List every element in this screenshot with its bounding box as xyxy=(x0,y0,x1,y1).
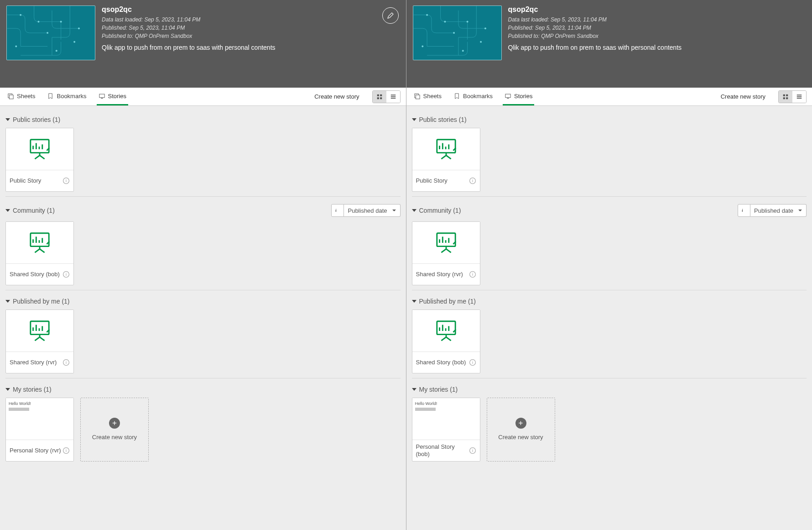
svg-rect-41 xyxy=(783,94,785,96)
story-card-community[interactable]: Shared Story (rvr) i xyxy=(412,221,480,285)
published-to: Published to: QMP OnPrem Sandbox xyxy=(508,32,806,40)
chevron-down-icon xyxy=(798,208,802,213)
create-new-story-link[interactable]: Create new story xyxy=(721,93,765,100)
sort-field-select[interactable]: Published date xyxy=(344,204,400,217)
left-pane: qsop2qc Data last loaded: Sep 5, 2023, 1… xyxy=(0,0,406,530)
list-view-button[interactable] xyxy=(792,91,806,103)
collapse-icon[interactable] xyxy=(5,388,10,391)
card-title: Shared Story (bob) xyxy=(10,271,60,278)
app-thumbnail xyxy=(6,5,95,60)
app-thumbnail xyxy=(413,5,502,60)
svg-rect-26 xyxy=(390,96,396,97)
stories-icon xyxy=(505,93,511,100)
card-preview-text: Hello World! xyxy=(415,401,437,406)
section-my-stories: My stories (1) Hello World! Personal Sto… xyxy=(412,378,807,462)
tab-stories[interactable]: Stories xyxy=(97,88,128,105)
plus-icon: + xyxy=(515,418,526,429)
plus-icon: + xyxy=(109,418,120,429)
story-card-pubbyme[interactable]: Shared Story (rvr) i xyxy=(5,310,74,373)
card-preview-text: Hello World! xyxy=(9,401,31,406)
easel-icon xyxy=(26,231,53,255)
collapse-icon[interactable] xyxy=(5,300,10,303)
collapse-icon[interactable] xyxy=(5,118,10,121)
grid-view-button[interactable] xyxy=(779,91,792,103)
create-new-story-card[interactable]: + Create new story xyxy=(487,398,555,462)
sort-direction-button[interactable] xyxy=(738,204,750,217)
bookmark-icon xyxy=(47,93,54,100)
app-title: qsop2qc xyxy=(508,5,806,14)
svg-rect-43 xyxy=(783,97,785,99)
story-card-community[interactable]: Shared Story (bob) i xyxy=(5,221,74,285)
svg-rect-46 xyxy=(797,96,802,97)
svg-rect-37 xyxy=(416,95,420,99)
app-title: qsop2qc xyxy=(102,5,400,14)
create-story-label: Create new story xyxy=(498,433,543,441)
list-view-button[interactable] xyxy=(386,91,400,103)
app-header: qsop2qc Data last loaded: Sep 5, 2023, 1… xyxy=(0,0,406,88)
create-new-story-card[interactable]: + Create new story xyxy=(80,398,149,462)
edit-button[interactable] xyxy=(382,7,399,24)
sort-field-select[interactable]: Published date xyxy=(750,204,807,217)
section-title: Published by me (1) xyxy=(419,298,476,305)
data-last-loaded: Data last loaded: Sep 5, 2023, 11:04 PM xyxy=(508,16,806,24)
story-card-pubbyme[interactable]: Shared Story (bob) i xyxy=(412,310,480,373)
svg-rect-23 xyxy=(377,97,379,99)
card-title: Shared Story (rvr) xyxy=(416,271,463,278)
section-published-by-me: Published by me (1) Shared Story (rvr) i xyxy=(5,290,401,373)
story-card-personal[interactable]: Hello World! Personal Story (bob) i xyxy=(412,398,480,462)
info-icon[interactable]: i xyxy=(469,447,476,454)
svg-rect-18 xyxy=(99,94,104,98)
easel-icon xyxy=(26,137,53,161)
tab-sheets[interactable]: Sheets xyxy=(412,88,443,105)
story-card-public[interactable]: Public Story i xyxy=(412,128,480,192)
svg-text:i: i xyxy=(472,448,473,453)
section-title: Public stories (1) xyxy=(419,116,467,123)
info-icon[interactable]: i xyxy=(62,447,70,454)
story-card-personal[interactable]: Hello World! Personal Story (rvr) i xyxy=(5,398,74,462)
create-story-label: Create new story xyxy=(92,433,137,441)
collapse-icon[interactable] xyxy=(412,118,416,121)
grid-view-button[interactable] xyxy=(373,91,386,103)
svg-text:i: i xyxy=(472,360,473,365)
svg-rect-17 xyxy=(9,95,13,99)
section-public: Public stories (1) Public Story i xyxy=(412,109,807,192)
tab-bookmarks[interactable]: Bookmarks xyxy=(45,88,88,105)
info-icon[interactable]: i xyxy=(62,271,70,278)
svg-rect-24 xyxy=(380,97,382,99)
create-new-story-link[interactable]: Create new story xyxy=(314,93,359,100)
collapse-icon[interactable] xyxy=(412,388,416,391)
easel-icon xyxy=(433,319,459,343)
card-title: Personal Story (rvr) xyxy=(10,447,61,454)
view-toggle xyxy=(778,90,807,103)
bookmark-icon xyxy=(453,93,460,100)
stories-icon xyxy=(99,93,105,100)
tab-sheets[interactable]: Sheets xyxy=(5,88,37,105)
sort-field-label: Published date xyxy=(754,207,793,214)
info-icon[interactable]: i xyxy=(469,177,476,184)
published-date: Published: Sep 5, 2023, 11:04 PM xyxy=(102,24,400,32)
tab-bookmarks[interactable]: Bookmarks xyxy=(452,88,494,105)
card-title: Public Story xyxy=(416,177,448,184)
tab-sheets-label: Sheets xyxy=(423,93,442,100)
info-icon[interactable]: i xyxy=(469,359,476,366)
tab-bookmarks-label: Bookmarks xyxy=(463,93,493,100)
collapse-icon[interactable] xyxy=(412,209,416,212)
svg-rect-47 xyxy=(797,98,802,99)
collapse-icon[interactable] xyxy=(5,209,10,212)
tab-sheets-label: Sheets xyxy=(17,93,35,100)
easel-icon xyxy=(26,319,53,343)
tab-stories-label: Stories xyxy=(108,93,126,100)
info-icon[interactable]: i xyxy=(62,359,70,366)
grid-icon xyxy=(376,94,383,100)
info-icon[interactable]: i xyxy=(62,177,70,184)
tab-stories[interactable]: Stories xyxy=(503,88,534,105)
collapse-icon[interactable] xyxy=(412,300,416,303)
app-description: Qlik app to push from on prem to saas wi… xyxy=(508,44,806,51)
card-title: Personal Story (bob) xyxy=(416,443,469,458)
story-card-public[interactable]: Public Story i xyxy=(5,128,74,192)
svg-rect-25 xyxy=(390,94,396,95)
sort-direction-button[interactable] xyxy=(331,204,344,217)
svg-rect-21 xyxy=(377,94,379,96)
section-title: My stories (1) xyxy=(419,386,458,393)
info-icon[interactable]: i xyxy=(469,271,476,278)
